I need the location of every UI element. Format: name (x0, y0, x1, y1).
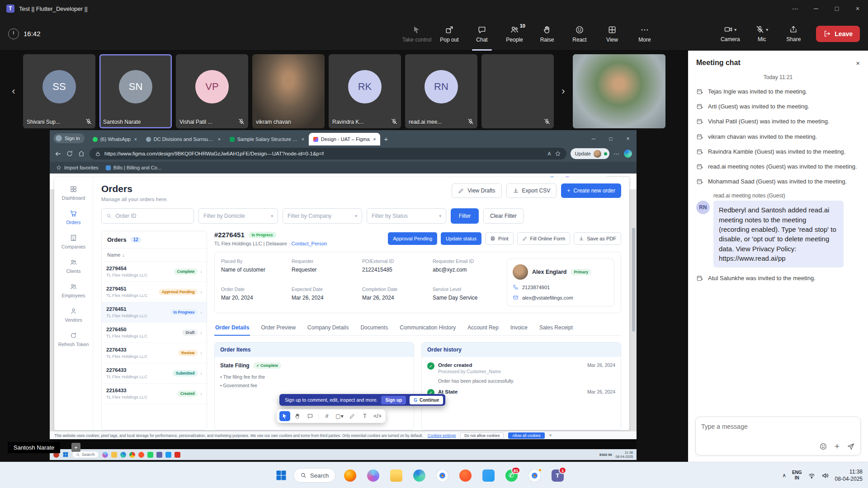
filter-company-select[interactable]: Filter by Company▾ (283, 208, 362, 224)
shape-tool-icon[interactable]: ▢▾ (334, 411, 345, 421)
search-pill[interactable]: Search (72, 451, 99, 458)
tab-order-preview[interactable]: Order Preview (260, 320, 297, 335)
participant-tile-video[interactable]: vikram chavan (252, 54, 325, 128)
sidebar-item-companies[interactable]: Companies (54, 230, 93, 254)
sort-icon[interactable]: ↓ (122, 252, 125, 258)
mic-chevron-icon[interactable]: ▾ (766, 27, 768, 32)
browser-minimize-button[interactable]: ─ (585, 132, 602, 145)
tab-close-icon[interactable]: × (373, 137, 376, 142)
browser-tab-whatsapp[interactable]: (6) WhatsApp× (88, 133, 142, 145)
participant-tile[interactable]: RK Ravindra K... (329, 54, 401, 128)
pdf-icon[interactable] (175, 452, 180, 458)
hand-tool-icon[interactable] (292, 411, 303, 421)
strip-next-icon[interactable]: › (558, 81, 569, 101)
order-id-search[interactable] (101, 208, 194, 224)
sidebar-item-employees[interactable]: Employees (54, 278, 93, 303)
more-button[interactable]: ⋯ More (629, 17, 660, 51)
strip-prev-icon[interactable]: ‹ (8, 81, 19, 101)
order-row[interactable]: 2279454TL Flex Holdings LLC Complete › (102, 262, 207, 282)
dev-tool-icon[interactable]: </> (372, 411, 383, 421)
edge-logo-icon[interactable] (624, 150, 632, 158)
teams-icon[interactable] (156, 452, 162, 458)
tab-close-icon[interactable]: × (134, 137, 137, 142)
sidebar-item-clients[interactable]: Clients (54, 254, 93, 278)
reload-icon[interactable] (66, 150, 74, 158)
leave-button[interactable]: Leave (816, 26, 860, 42)
export-csv-button[interactable]: Export CSV (506, 183, 557, 198)
tab-close-icon[interactable]: × (218, 137, 221, 142)
save-as-pdf-button[interactable]: Save as PDF (574, 232, 621, 245)
read-aloud-icon[interactable]: A (547, 151, 551, 156)
tab-communication-history[interactable]: Communication History (399, 320, 457, 335)
tab-company-details[interactable]: Company Details (307, 320, 349, 335)
taskbar-clock[interactable]: 11:38 08-04-2025 (835, 468, 863, 483)
order-row[interactable]: 2279451TL Flex Holdings LLC Approval Pen… (102, 282, 207, 302)
sidebar-item-refresh-token[interactable]: Refresh Token (54, 327, 93, 352)
allow-cookies-button[interactable]: Allow all cookies (508, 432, 544, 439)
start-button[interactable] (275, 469, 288, 482)
presenter-pin-button[interactable]: + (71, 443, 80, 452)
vscode-icon[interactable] (480, 466, 497, 484)
cookie-close-icon[interactable]: × (549, 433, 552, 438)
print-button[interactable]: Print (485, 232, 514, 245)
sidebar-item-orders[interactable]: Orders (54, 205, 93, 230)
address-bar[interactable]: https://www.figma.com/design/9BKQ0FOHRWa… (90, 148, 566, 160)
tab-order-details[interactable]: Order Details (214, 320, 250, 336)
browser-signin-chip[interactable]: Sign in (53, 133, 85, 143)
fill-online-form-button[interactable]: Fill Online Form (517, 232, 571, 245)
browser-maximize-button[interactable]: □ (602, 132, 619, 145)
comment-tool-icon[interactable] (305, 411, 316, 421)
participant-tile[interactable] (481, 54, 554, 128)
deny-cookies-button[interactable]: Do not allow cookies (460, 432, 504, 439)
mic-button[interactable]: ▾ Mic (746, 17, 777, 51)
figma-signup-button[interactable]: Sign up (381, 396, 406, 404)
frame-tool-icon[interactable]: # (321, 411, 332, 421)
order-row[interactable]: 2276433TL Flex Holdings LLC Submitted › (102, 363, 207, 384)
view-drafts-button[interactable]: View Drafts (452, 183, 501, 198)
participant-tile-active[interactable]: SN Santosh Narate (99, 54, 172, 128)
move-tool-icon[interactable] (279, 411, 290, 421)
order-row[interactable]: 2276433TL Flex Holdings LLC Review › (102, 343, 207, 363)
order-row[interactable]: 2276450TL Flex Holdings LLC Draft › (102, 323, 207, 343)
copilot-icon[interactable] (102, 452, 108, 458)
chrome-icon[interactable] (434, 466, 451, 484)
contact-person-link[interactable]: Contact_Person (292, 241, 327, 246)
sidebar-item-vendors[interactable]: Vendors (54, 303, 93, 327)
chrome-icon[interactable] (129, 452, 135, 458)
back-icon[interactable] (54, 150, 62, 158)
minimize-button[interactable]: ─ (806, 0, 826, 17)
approval-pending-button[interactable]: Approval Pending (388, 232, 437, 245)
chat-message-input[interactable] (701, 423, 855, 430)
camera-chevron-icon[interactable]: ▾ (734, 27, 736, 32)
order-id-input[interactable] (115, 213, 189, 219)
chat-close-icon[interactable]: × (856, 59, 860, 67)
maximize-button[interactable]: □ (826, 0, 847, 17)
tab-invoice[interactable]: Invoice (509, 320, 528, 335)
volume-icon[interactable] (821, 472, 829, 479)
titlebar-more-icon[interactable]: ⋯ (785, 0, 806, 17)
privacy-policy-link[interactable]: https://www.read.ai/pp (719, 254, 786, 262)
filter-domicile-select[interactable]: Filter by Domicile▾ (198, 208, 278, 224)
pen-tool-icon[interactable] (347, 411, 358, 421)
home-icon[interactable] (78, 150, 85, 158)
brave-icon[interactable] (138, 452, 144, 458)
filter-status-select[interactable]: Filter by Status▾ (367, 208, 446, 224)
chat-compose-box[interactable]: + (695, 417, 861, 455)
firefox-icon[interactable] (341, 466, 359, 484)
order-row-selected[interactable]: 2276451TL Flex Holdings LLC In Progress … (102, 302, 207, 323)
browser-tab-figma-active[interactable]: Design - UAT – Figma× (309, 133, 381, 145)
wifi-icon[interactable] (808, 472, 816, 479)
edge-icon[interactable] (120, 452, 126, 458)
file-explorer-icon[interactable] (387, 466, 405, 484)
share-button[interactable]: Share (778, 17, 809, 51)
pop-out-button[interactable]: Pop out (434, 17, 465, 51)
whatsapp-icon[interactable] (147, 452, 153, 458)
participant-tile[interactable]: SS Shivani Sup... (23, 54, 95, 128)
brave-icon[interactable] (457, 466, 474, 484)
clock[interactable]: 11:38 08-04-2025 (616, 450, 633, 459)
contact-phone[interactable]: 2123874901 (513, 284, 609, 290)
copilot-icon[interactable] (364, 466, 382, 484)
close-button[interactable]: × (847, 0, 868, 17)
import-favorites-item[interactable]: Import favorites (56, 165, 99, 170)
text-tool-icon[interactable]: T (359, 411, 370, 421)
